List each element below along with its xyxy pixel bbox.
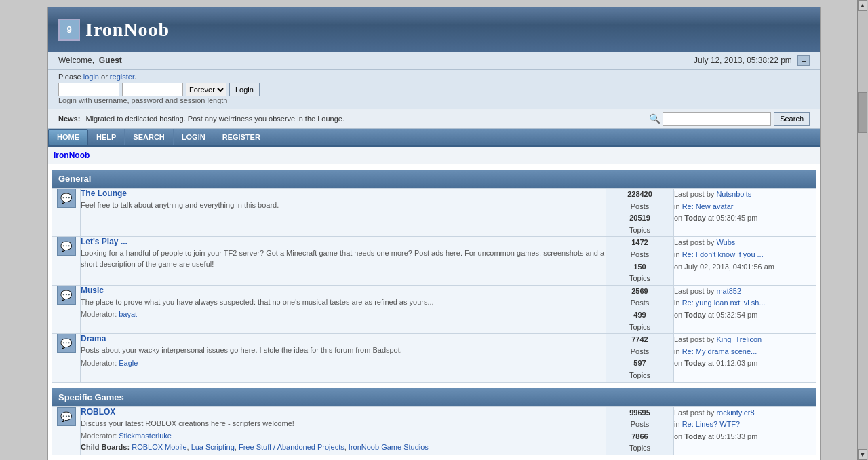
- child-board-roblox-mobile[interactable]: ROBLOX Mobile: [132, 443, 186, 451]
- lp-thread-music[interactable]: Re: yung lean nxt lvl sh...: [682, 299, 766, 307]
- forum-icon-cell: 💬: [52, 334, 81, 382]
- topics-label: Topics: [629, 274, 650, 282]
- lp-day: Today: [684, 432, 706, 440]
- forum-info-music: Music The place to prove what you have a…: [81, 285, 606, 333]
- lp-prefix: Last post: [674, 335, 705, 343]
- forum-moderator-music: Moderator: bayat: [81, 310, 606, 318]
- lp-in: in: [674, 299, 680, 307]
- forum-stats-lounge: 228420 Posts 20519 Topics: [606, 189, 674, 237]
- username-input[interactable]: [58, 83, 119, 96]
- topics-label: Topics: [629, 226, 650, 234]
- forum-name-roblox[interactable]: ROBLOX: [81, 407, 606, 417]
- child-board-game-studios[interactable]: IronNoob Game Studios: [349, 443, 429, 451]
- lp-in: in: [674, 202, 680, 210]
- forum-name-lounge[interactable]: The Lounge: [81, 189, 606, 198]
- lp-author-lounge[interactable]: Nutsnbolts: [716, 190, 751, 198]
- forum-desc-roblox: Discuss your latest ROBLOX creations her…: [81, 419, 606, 429]
- topics-count: 150: [633, 263, 646, 271]
- lp-day-letsplay: July 02, 2013, 04:01:56 am: [684, 263, 774, 271]
- welcome-prefix: Welcome,: [58, 56, 94, 65]
- minimize-button[interactable]: –: [797, 55, 810, 66]
- forum-moderator-roblox: Moderator: Stickmasterluke: [81, 432, 606, 440]
- lp-on: on: [674, 214, 682, 222]
- lp-thread-lounge[interactable]: Re: New avatar: [682, 202, 734, 210]
- forum-name-letsplay[interactable]: Let's Play ...: [81, 237, 606, 246]
- scrollbar-thumb[interactable]: [858, 92, 867, 133]
- scrollbar[interactable]: ▲ ▼: [857, 0, 868, 460]
- table-row: 💬 Music The place to prove what you have…: [52, 285, 816, 333]
- posts-label: Posts: [631, 347, 650, 356]
- lp-by: by: [707, 287, 715, 295]
- topics-count: 20519: [629, 214, 650, 222]
- forum-name-drama[interactable]: Drama: [81, 334, 606, 343]
- nav-bar: HOME HELP SEARCH LOGIN REGISTER: [48, 129, 820, 147]
- lp-author-roblox[interactable]: rockintyler8: [716, 408, 754, 417]
- nav-register[interactable]: REGISTER: [214, 129, 269, 145]
- forum-icon: 💬: [57, 286, 76, 305]
- lp-author-drama[interactable]: King_Trelicon: [716, 335, 762, 343]
- lp-day: Today: [684, 311, 706, 319]
- lp-on: on: [674, 263, 682, 271]
- section-header-specific-games: Specific Games: [52, 388, 816, 406]
- forum-lastpost-letsplay: Last post by Wubs in Re: I don't know if…: [674, 237, 816, 285]
- forum-info-roblox: ROBLOX Discuss your latest ROBLOX creati…: [81, 406, 606, 455]
- nav-help[interactable]: HELP: [88, 129, 125, 145]
- breadcrumb-link[interactable]: IronNoob: [54, 151, 90, 160]
- table-row: 💬 Drama Posts about your wacky interpers…: [52, 334, 816, 382]
- login-prefix: Please: [58, 73, 81, 81]
- lp-author-letsplay[interactable]: Wubs: [716, 238, 735, 246]
- search-area: 🔍 Search: [649, 112, 810, 126]
- search-button[interactable]: Search: [774, 112, 810, 126]
- posts-count: 7742: [631, 335, 648, 343]
- welcome-bar: Welcome, Guest July 12, 2013, 05:38:22 p…: [48, 52, 820, 70]
- child-board-lua[interactable]: Lua Scripting: [191, 443, 235, 451]
- lp-prefix: Last post: [674, 408, 705, 417]
- lp-author-music[interactable]: mat852: [716, 287, 741, 295]
- welcome-username: Guest: [99, 56, 122, 65]
- nav-search[interactable]: SEARCH: [125, 129, 173, 145]
- topics-count: 499: [633, 311, 646, 319]
- lp-thread-letsplay[interactable]: Re: I don't know if you ...: [682, 250, 764, 258]
- lp-by: by: [707, 408, 715, 417]
- scrollbar-down-button[interactable]: ▼: [858, 449, 867, 460]
- password-input[interactable]: [122, 83, 183, 96]
- table-row: 💬 ROBLOX Discuss your latest ROBLOX crea…: [52, 406, 816, 455]
- lp-in: in: [674, 420, 680, 428]
- forum-desc-music: The place to prove what you have always …: [81, 297, 606, 307]
- login-link[interactable]: login: [83, 73, 99, 81]
- forum-desc-drama: Posts about your wacky interpersonal iss…: [81, 345, 606, 356]
- outer-wrapper: 9 IronNoob Welcome, Guest July 12, 2013,…: [47, 7, 821, 460]
- section-header-general: General: [52, 170, 816, 188]
- posts-count: 2569: [631, 287, 648, 295]
- forum-moderator-drama: Moderator: Eagle: [81, 359, 606, 367]
- lp-time-roblox: 05:15:33 pm: [716, 432, 757, 440]
- forum-icon: 💬: [57, 189, 76, 208]
- session-select[interactable]: Forever: [186, 83, 226, 96]
- forum-stats-music: 2569 Posts 499 Topics: [606, 285, 674, 333]
- specific-games-forum-table: 💬 ROBLOX Discuss your latest ROBLOX crea…: [52, 406, 816, 455]
- lp-thread-roblox[interactable]: Re: Lines? WTF?: [682, 420, 741, 428]
- moderator-link-music[interactable]: bayat: [119, 310, 137, 318]
- forum-info-letsplay: Let's Play ... Looking for a handful of …: [81, 237, 606, 285]
- register-link[interactable]: register: [110, 73, 134, 81]
- posts-label: Posts: [631, 202, 650, 210]
- lp-thread-drama[interactable]: Re: My drama scene...: [682, 347, 757, 356]
- search-input[interactable]: [663, 112, 771, 126]
- login-button[interactable]: Login: [229, 83, 260, 96]
- session-hint: Login with username, password and sessio…: [58, 96, 810, 104]
- forum-icon-cell: 💬: [52, 406, 81, 455]
- posts-count: 1472: [631, 238, 648, 246]
- forum-name-music[interactable]: Music: [81, 286, 606, 295]
- scrollbar-up-button[interactable]: ▲: [858, 0, 867, 11]
- table-row: 💬 Let's Play ... Looking for a handful o…: [52, 237, 816, 285]
- breadcrumb: IronNoob: [48, 147, 820, 164]
- forum-info-lounge: The Lounge Feel free to talk about anyth…: [81, 189, 606, 237]
- forum-icon-cell: 💬: [52, 285, 81, 333]
- moderator-link-roblox[interactable]: Stickmasterluke: [119, 432, 172, 440]
- moderator-link-drama[interactable]: Eagle: [119, 359, 138, 367]
- forum-icon: 💬: [57, 334, 76, 353]
- nav-home[interactable]: HOME: [48, 129, 88, 145]
- header: 9 IronNoob: [48, 7, 820, 52]
- child-board-free[interactable]: Free Stuff / Abandoned Projects: [239, 443, 344, 451]
- nav-login[interactable]: LOGIN: [174, 129, 214, 145]
